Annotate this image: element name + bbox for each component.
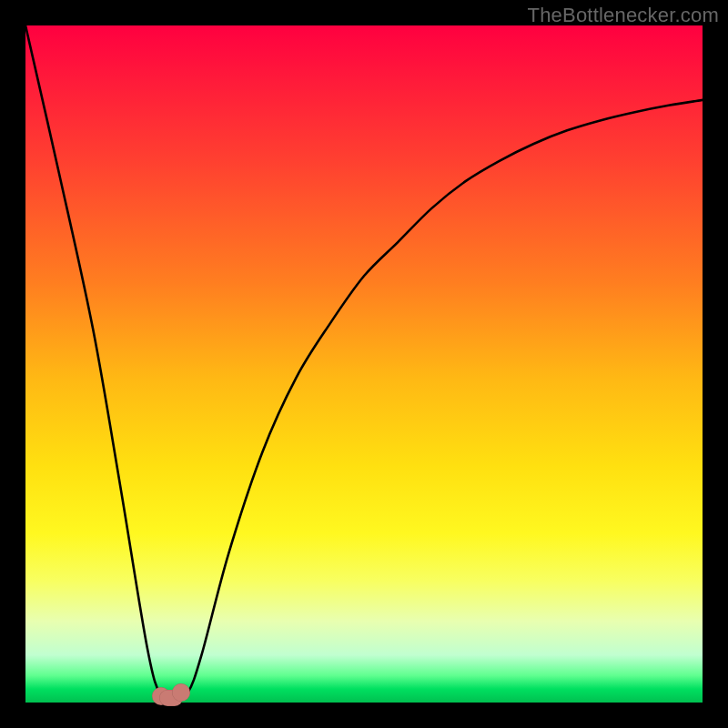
plot-area xyxy=(25,25,703,703)
curve-path xyxy=(25,25,703,701)
chart-frame: TheBottlenecker.com xyxy=(0,0,728,728)
bottleneck-curve xyxy=(25,25,703,703)
watermark-text: TheBottlenecker.com xyxy=(528,4,719,27)
optimum-marker-right xyxy=(172,683,190,702)
